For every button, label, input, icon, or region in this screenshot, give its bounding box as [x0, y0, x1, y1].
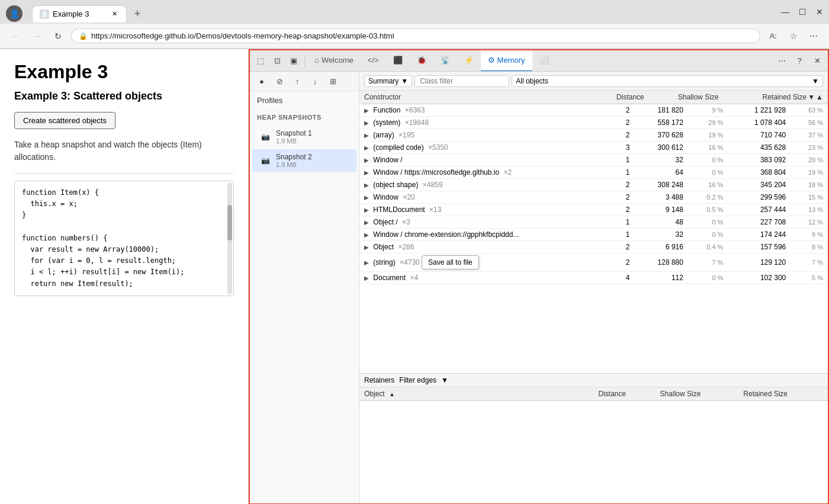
shallow-size-cell: 32 [634, 229, 688, 241]
object-sort-arrow: ▲ [389, 391, 395, 397]
tab-favicon: 📄 [40, 9, 49, 19]
bottom-shallow-header[interactable]: Shallow Size [656, 387, 739, 401]
table-row[interactable]: ▶ Object ×286 2 6 916 0.4 % 157 596 8 % [359, 241, 828, 253]
code-scrollbar[interactable] [227, 182, 232, 294]
constructor-cell: ▶ Window / https://microsoftedge.github.… [359, 166, 614, 179]
distance-cell: 1 [614, 166, 635, 179]
heap-table-wrapper: Constructor Distance Shallow Size [359, 91, 828, 373]
tab-network[interactable]: 📡 [433, 50, 457, 72]
bottom-distance-header[interactable]: Distance [594, 387, 656, 401]
retainers-header-row: Object ▲ Distance Shallow Size [359, 387, 828, 401]
address-bar[interactable]: 🔒 https://microsoftedge.github.io/Demos/… [71, 28, 760, 43]
table-row[interactable]: ▶ (object shape) ×4859 2 308 248 16 % 34… [359, 179, 828, 191]
expand-arrow[interactable]: ▶ [364, 157, 369, 163]
load-profile-button[interactable]: ↓ [308, 74, 322, 88]
table-row[interactable]: ▶ Object / ×3 1 48 0 % 227 708 12 % [359, 216, 828, 229]
expand-arrow[interactable]: ▶ [364, 145, 369, 151]
more-button[interactable]: ⋯ [805, 28, 822, 44]
constructor-cell: ▶ HTMLDocument ×13 [359, 204, 614, 216]
table-row[interactable]: ▶ Window / 1 32 0 % 383 092 20 % [359, 154, 828, 166]
close-button[interactable]: ✕ [816, 7, 823, 17]
retained-pct-cell: 12 % [791, 216, 828, 229]
shallow-size-header[interactable]: Shallow Size [649, 91, 724, 104]
tab-application[interactable]: ⬜ [532, 50, 556, 72]
table-row[interactable]: ▶ Window / https://microsoftedge.github.… [359, 166, 828, 179]
snapshot-1-item[interactable]: 📷 Snapshot 1 1.9 MB [252, 126, 356, 148]
active-tab[interactable]: 📄 Example 3 ✕ [32, 5, 127, 23]
retained-size-header[interactable]: Retained Size ▼ ▲ [724, 91, 828, 104]
heap-snapshots-header: HEAP SNAPSHOTS [250, 110, 359, 124]
tab-welcome[interactable]: ⌂ Welcome [307, 50, 361, 72]
table-row[interactable]: ▶ Window / chrome-extension://gpphkfbcpi… [359, 229, 828, 241]
sort-desc-icon: ▼ [808, 93, 815, 101]
close-devtools-button[interactable]: ✕ [809, 53, 825, 69]
expand-arrow[interactable]: ▶ [364, 169, 369, 176]
retained-size-cell: 129 120 [728, 253, 791, 272]
tab-console[interactable]: ⬛ [386, 50, 410, 72]
more-tabs-button[interactable]: ⋯ [773, 53, 790, 69]
object-header[interactable]: Object ▲ [359, 387, 594, 401]
constructor-header[interactable]: Constructor [359, 91, 594, 104]
expand-arrow[interactable]: ▶ [364, 207, 369, 213]
back-button[interactable]: ← [7, 28, 24, 44]
filter-edges-arrow: ▼ [441, 376, 448, 384]
new-tab-button[interactable]: + [129, 6, 146, 23]
inspect-element-button[interactable]: ⬚ [252, 53, 269, 69]
reload-button[interactable]: ↻ [50, 28, 66, 44]
tab-close-button[interactable]: ✕ [110, 9, 119, 19]
summary-select[interactable]: Summary ▼ [364, 75, 412, 87]
device-toolbar-button[interactable]: ⊡ [269, 53, 285, 69]
table-row[interactable]: ▶ Document ×4 4 112 0 % 102 300 5 % [359, 272, 828, 284]
take-snapshot-button[interactable]: ● [255, 74, 269, 88]
profile-avatar[interactable]: 👤 [6, 5, 23, 22]
expand-arrow[interactable]: ▶ [364, 259, 369, 266]
save-button[interactable]: ⊞ [326, 74, 340, 88]
expand-arrow[interactable]: ▶ [364, 120, 369, 126]
collect-garbage-button[interactable]: ↑ [290, 74, 304, 88]
help-button[interactable]: ? [791, 53, 808, 69]
sidebar-toggle-button[interactable]: ▣ [285, 53, 302, 69]
table-row[interactable]: ▶ Window ×20 2 3 488 0.2 % 299 596 15 % [359, 191, 828, 204]
shallow-pct-cell: 0 % [688, 216, 728, 229]
table-row[interactable]: ▶ HTMLDocument ×13 2 9 148 0.5 % 257 444… [359, 204, 828, 216]
favorites-button[interactable]: ☆ [785, 28, 802, 44]
table-row[interactable]: ▶ (string) ×4730 Save all to file 2 128 … [359, 253, 828, 272]
expand-arrow[interactable]: ▶ [364, 232, 369, 238]
table-row[interactable]: ▶ (system) ×19848 2 558 172 29 % 1 078 4… [359, 117, 828, 129]
maximize-button[interactable]: ☐ [799, 7, 806, 17]
table-scroll-area[interactable]: ▶ Function ×6363 2 181 820 9 % 1 221 928… [359, 104, 828, 373]
constructor-cell: ▶ Object / ×3 [359, 216, 614, 229]
welcome-icon: ⌂ [314, 56, 319, 65]
expand-arrow[interactable]: ▶ [364, 275, 369, 281]
snapshot-1-name: Snapshot 1 [276, 129, 349, 137]
tab-performance-insights[interactable]: ⚡ [457, 50, 481, 72]
read-aloud-button[interactable]: Aː [765, 28, 782, 44]
expand-arrow[interactable]: ▶ [364, 107, 369, 114]
expand-arrow[interactable]: ▶ [364, 182, 369, 188]
table-row[interactable]: ▶ (compiled code) ×5350 3 300 612 16 % 4… [359, 142, 828, 154]
distance-cell: 2 [614, 191, 635, 204]
retained-pct-cell: 9 % [791, 229, 828, 241]
constructor-cell: ▶ (string) ×4730 Save all to file [359, 253, 614, 272]
snapshot-2-item[interactable]: 📷 Snapshot 2 1.9 MB [252, 149, 356, 172]
expand-arrow[interactable]: ▶ [364, 194, 369, 201]
tab-sources[interactable]: 🐞 [410, 50, 433, 72]
expand-arrow[interactable]: ▶ [364, 219, 369, 226]
minimize-button[interactable]: — [781, 7, 789, 17]
class-filter-input[interactable] [415, 75, 509, 87]
table-row[interactable]: ▶ Function ×6363 2 181 820 9 % 1 221 928… [359, 104, 828, 117]
tab-elements[interactable]: </> [361, 50, 386, 72]
expand-arrow[interactable]: ▶ [364, 244, 369, 251]
retained-pct-cell: 37 % [791, 129, 828, 142]
table-row[interactable]: ▶ (array) ×195 2 370 628 19 % 710 740 37… [359, 129, 828, 142]
bottom-retained-header[interactable]: Retained Size [738, 387, 828, 401]
clear-all-profiles-button[interactable]: ⊘ [272, 74, 287, 88]
distance-header[interactable]: Distance [594, 91, 649, 104]
tab-memory[interactable]: ⚙ Memory [481, 50, 532, 72]
distance-cell: 1 [614, 216, 635, 229]
objects-select[interactable]: All objects ▼ [512, 75, 823, 87]
shallow-pct-cell: 16 % [688, 179, 728, 191]
expand-arrow[interactable]: ▶ [364, 132, 369, 139]
create-scattered-objects-button[interactable]: Create scattered objects [14, 112, 115, 129]
constructor-count: ×286 [398, 243, 414, 251]
